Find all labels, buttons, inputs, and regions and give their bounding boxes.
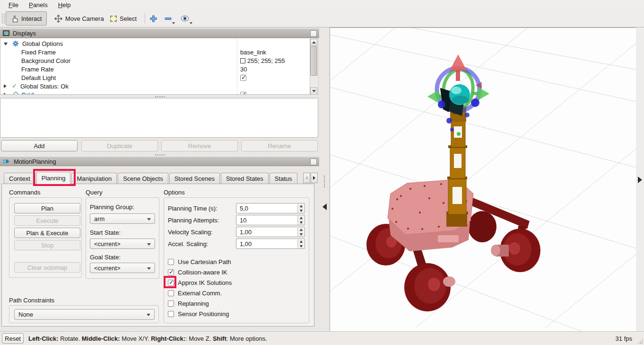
displays-tree[interactable]: Global Options Fixed Frame base_link Bac…	[0, 38, 318, 95]
displays-panel-dock-button[interactable]	[310, 30, 317, 37]
tab-context[interactable]: Context	[4, 173, 35, 184]
scroll-up-button[interactable]	[310, 39, 317, 46]
tab-status[interactable]: Status	[270, 173, 297, 184]
displays-panel-header: Displays	[0, 28, 319, 38]
menu-file[interactable]: File	[4, 1, 23, 9]
accel-scaling-input[interactable]: 1,00	[236, 239, 305, 249]
tree-row-global-status[interactable]: Global Status: Ok	[0, 82, 309, 90]
grid-checkbox[interactable]	[240, 92, 246, 95]
replanning-checkbox[interactable]	[168, 301, 174, 307]
tab-manipulation[interactable]: Manipulation	[71, 173, 117, 184]
motionplanning-panel-dock-button[interactable]	[310, 159, 317, 165]
robot-arm	[446, 106, 468, 227]
clear-octomap-button: Clear octomap	[14, 262, 80, 273]
fps-counter: 31 fps	[616, 335, 632, 342]
goal-state-combo[interactable]: <current>	[90, 263, 155, 273]
velocity-scaling-input[interactable]: 1,00	[236, 227, 305, 237]
default-light-checkbox[interactable]	[240, 75, 246, 81]
interact-label: Interact	[21, 15, 42, 22]
plan-and-execute-button[interactable]: Plan & Execute	[14, 228, 80, 238]
remove-display-button: Remove	[161, 140, 238, 151]
velocity-scaling-label: Velocity Scaling:	[168, 229, 213, 236]
plan-button[interactable]: Plan	[14, 203, 80, 213]
interact-tool-button[interactable]: Interact	[6, 11, 47, 26]
right-dock-splitter[interactable]	[636, 27, 644, 331]
collision-aware-ik-checkbox[interactable]	[168, 269, 174, 275]
move-camera-tool-button[interactable]: Move Camera	[49, 11, 109, 26]
moveit-icon	[3, 158, 10, 165]
window-resize-grip[interactable]	[637, 338, 643, 344]
grid-icon	[13, 91, 19, 95]
move-camera-label: Move Camera	[65, 15, 104, 22]
execute-button: Execute	[14, 215, 80, 226]
start-state-combo[interactable]: <current>	[90, 239, 155, 249]
tree-row-global-options[interactable]: Global Options	[0, 39, 309, 48]
toolbar-drag-handle[interactable]	[1, 13, 5, 24]
robot-scene	[330, 28, 636, 331]
fixed-frame-value[interactable]: base_link	[240, 49, 266, 56]
check-icon	[12, 82, 17, 89]
tree-row-background-color[interactable]: Background Color 255; 255; 255	[0, 56, 309, 65]
remove-tool-button[interactable]	[161, 11, 175, 26]
menu-panels[interactable]: Panels	[24, 1, 52, 9]
add-display-button[interactable]: Add	[1, 140, 78, 151]
3d-viewport[interactable]	[330, 27, 636, 331]
external-comm-row: External Comm.	[168, 290, 222, 297]
gear-icon	[13, 41, 18, 46]
frame-rate-value[interactable]: 30	[240, 66, 247, 73]
spinner-arrows[interactable]	[297, 216, 304, 225]
splitter-dots	[323, 175, 325, 187]
tab-stored-scenes[interactable]: Stored Scenes	[169, 173, 220, 184]
external-comm-checkbox[interactable]	[168, 290, 174, 296]
rover-robot	[366, 54, 540, 311]
scroll-down-button[interactable]	[310, 88, 317, 95]
expander-icon[interactable]	[4, 93, 7, 95]
tree-label: Global Options	[22, 40, 63, 47]
collapse-left-icon[interactable]	[322, 203, 327, 210]
start-state-label: Start State:	[90, 229, 121, 236]
expand-right-icon[interactable]	[638, 177, 642, 183]
sensor-positioning-checkbox[interactable]	[168, 311, 174, 317]
use-cartesian-path-checkbox[interactable]	[168, 259, 174, 265]
query-heading: Query	[86, 189, 102, 196]
planning-attempts-input[interactable]: 10	[236, 215, 305, 225]
visibility-icon	[181, 15, 189, 22]
expander-icon[interactable]	[4, 84, 7, 88]
select-label: Select	[120, 15, 137, 22]
toolbar: Interact Move Camera Select	[0, 9, 644, 27]
tree-row-frame-rate[interactable]: Frame Rate 30	[0, 65, 309, 73]
tab-scene-objects[interactable]: Scene Objects	[118, 173, 168, 184]
spinner-arrows[interactable]	[297, 239, 304, 248]
remove-tool-dropdown-arrow[interactable]	[172, 22, 175, 24]
visibility-tool-button[interactable]	[177, 11, 192, 26]
path-constraints-combo[interactable]: None	[14, 309, 155, 320]
expander-icon[interactable]	[4, 43, 8, 45]
select-tool-button[interactable]: Select	[105, 11, 142, 26]
sensor-positioning-row: Sensor Positioning	[168, 310, 229, 318]
goal-state-label: Goal State:	[90, 254, 121, 261]
path-constraints-group: None	[9, 305, 159, 323]
panel-viewport-splitter[interactable]	[319, 27, 330, 331]
planning-group-combo[interactable]: arm	[90, 213, 155, 224]
background-color-value[interactable]: 255; 255; 255	[240, 57, 285, 64]
tree-row-grid[interactable]: Grid	[0, 90, 309, 95]
tab-scroll-right-button[interactable]	[311, 173, 318, 183]
tree-scrollbar[interactable]	[310, 39, 317, 95]
reset-button[interactable]: Reset	[2, 333, 24, 344]
tab-stored-states[interactable]: Stored States	[221, 173, 269, 184]
chevron-down-icon	[147, 314, 150, 316]
scrollbar-thumb[interactable]	[310, 46, 317, 76]
planning-time-input[interactable]: 5,0	[236, 203, 305, 213]
spinner-arrows[interactable]	[297, 204, 304, 213]
spinner-arrows[interactable]	[297, 228, 304, 237]
add-tool-button[interactable]	[147, 11, 160, 26]
tree-label: Grid	[21, 91, 34, 95]
interactive-marker[interactable]	[427, 54, 489, 124]
color-swatch	[240, 58, 245, 63]
panel-splitter-handle[interactable]	[155, 154, 165, 156]
tree-row-fixed-frame[interactable]: Fixed Frame base_link	[0, 48, 309, 56]
visibility-tool-dropdown-arrow[interactable]	[190, 22, 192, 24]
menu-help[interactable]: Help	[53, 1, 76, 9]
tree-row-default-light[interactable]: Default Light	[0, 73, 309, 82]
commands-heading: Commands	[9, 189, 40, 196]
